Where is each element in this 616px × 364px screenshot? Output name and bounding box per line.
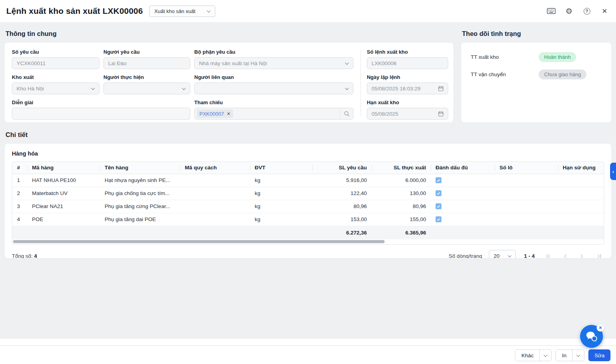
last-page-icon[interactable] [594,251,604,259]
col-marked-full[interactable]: Đánh dấu đủ [431,162,495,174]
marked-full-checkbox[interactable] [436,203,441,209]
marked-full-checkbox[interactable] [436,216,441,222]
document-type-select[interactable]: Xuất kho sản xuất [149,6,215,17]
order-date-label: Ngày lập lệnh [367,74,448,80]
expand-side-panel-button[interactable]: ‹ [610,163,616,180]
close-chat-icon[interactable]: ✕ [597,324,604,332]
print-button[interactable]: In [556,350,572,361]
col-item-code[interactable]: Mã hàng [27,162,100,174]
cell-lot-number [495,213,558,226]
page-range: 1 - 4 [524,253,535,258]
shipping-status-badge: Chưa giao hàng [539,69,586,79]
remove-tag-icon[interactable]: ✕ [227,111,230,116]
search-icon[interactable] [340,108,353,119]
table-row[interactable]: 2 Materbatch UV Phụ gia chống tia cực tí… [12,187,604,200]
cell-item-code: PClear NA21 [27,200,100,213]
col-spec-code[interactable]: Mã quy cách [180,162,250,174]
cell-qty-requested: 122,40 [312,187,372,200]
more-actions-dropdown[interactable] [539,350,551,361]
col-qty-requested[interactable]: SL yêu cầu [312,162,372,174]
order-date-input[interactable]: 05/08/2025 16:03:29 [367,83,448,94]
reference-tag[interactable]: PXK00007 ✕ [197,109,233,118]
executor-label: Người thực hiện [103,74,190,80]
cell-item-code: HAT NHUA PE100 [27,174,100,187]
cell-expiry [558,200,604,213]
keyboard-shortcuts-icon[interactable] [547,7,556,15]
col-lot-number[interactable]: Số lô [495,162,558,174]
chevron-down-icon [577,353,580,357]
reference-input[interactable]: PXK00007 ✕ [194,108,353,120]
export-warehouse-select[interactable]: Kho Hà Nội [12,83,100,94]
requester-value: Lai Đào [108,60,127,66]
status-tracking-heading: Theo dõi tình trạng [462,30,611,38]
cell-spec-code [180,187,250,200]
more-actions-button[interactable]: Khác [515,350,539,361]
per-page-value: 20 [494,253,500,258]
chevron-left-icon: ‹ [612,169,614,174]
request-number-input[interactable]: YCXK00011 [12,57,100,69]
next-page-icon[interactable] [577,251,587,259]
marked-full-checkbox[interactable] [436,177,441,183]
cell-item-name: Phụ gia chống tia cực tím... [100,187,180,200]
status-tracking-card: TT xuất kho Hoàn thành TT vận chuyển Chư… [461,43,611,122]
export-deadline-input[interactable]: 05/08/2025 [367,108,448,120]
cell-expiry [558,213,604,226]
col-item-name[interactable]: Tên hàng [100,162,180,174]
scrollbar-thumb[interactable] [13,240,385,243]
requester-label: Người yêu cầu [103,49,190,55]
marked-full-checkbox[interactable] [436,190,441,196]
cell-spec-code [180,200,250,213]
related-person-select[interactable] [194,83,353,94]
goods-table-title: Hàng hóa [12,150,604,157]
cell-lot-number [495,174,558,187]
related-person-label: Người liên quan [194,74,353,80]
print-dropdown[interactable] [572,350,584,361]
goods-table: # Mã hàng Tên hàng Mã quy cách ĐVT SL yê… [12,161,604,245]
pagination-bar: Tổng số: 4 Số dòng/trang 20 1 - 4 [12,250,604,259]
table-row[interactable]: 4 POE Phụ gia tăng dai POE kg 153,00 155… [12,213,604,226]
executor-select[interactable] [103,83,190,94]
calendar-icon [438,111,444,117]
cell-index: 4 [12,213,27,226]
horizontal-scrollbar[interactable] [13,240,603,243]
cell-item-code: POE [27,213,100,226]
request-number-value: YCXK00011 [17,60,45,66]
settings-gear-icon[interactable]: ⚙ [565,7,573,15]
export-warehouse-label: Kho xuất [12,74,100,80]
per-page-select[interactable]: 20 [489,250,516,259]
help-icon[interactable]: ? [582,7,591,15]
table-row[interactable]: 1 HAT NHUA PE100 Hạt nhựa nguyên sinh PE… [12,174,604,187]
requesting-department-select[interactable]: Nhà máy sản xuất tại Hà Nội [194,57,353,69]
description-input[interactable] [12,108,190,120]
requesting-department-label: Bộ phận yêu cầu [194,49,353,55]
requester-input[interactable]: Lai Đào [103,57,190,69]
cell-qty-requested: 80,96 [312,200,372,213]
shipping-status-label: TT vận chuyển [471,71,539,77]
chevron-down-icon [345,86,349,90]
export-order-number-label: Số lệnh xuất kho [367,49,448,55]
cell-item-code: Materbatch UV [27,187,100,200]
table-total-row: 6.272,36 6.365,96 [12,226,604,239]
more-actions-split-button: Khác [515,349,552,361]
col-expiry[interactable]: Hạn sử dụng [558,162,604,174]
page-title: Lệnh xuất kho sản xuất LXK00006 [6,6,143,16]
edit-button[interactable]: Sửa [588,349,610,361]
export-order-number-input[interactable]: LXK00006 [367,57,448,69]
chevron-down-icon [508,253,512,257]
close-icon[interactable]: ✕ [600,7,609,15]
chevron-down-icon [182,86,186,90]
col-qty-exported[interactable]: SL thực xuất [372,162,431,174]
status-row-export: TT xuất kho Hoàn thành [471,52,602,62]
chat-support-button[interactable]: ✕ [580,325,603,348]
detail-heading: Chi tiết [6,131,611,139]
cell-unit: kg [250,174,312,187]
chevron-down-icon [345,61,349,65]
first-page-icon[interactable] [543,251,553,259]
table-row[interactable]: 3 PClear NA21 Phụ gia tăng cứng PClear..… [12,200,604,213]
total-qty-requested: 6.272,36 [312,226,372,239]
general-info-card: Số yêu cầu YCXK00011 Người yêu cầu Lai Đ… [5,43,453,122]
cell-qty-exported: 6.000,00 [372,174,431,187]
reference-tag-value: PXK00007 [199,111,224,117]
col-unit[interactable]: ĐVT [250,162,312,174]
previous-page-icon[interactable] [560,251,570,259]
